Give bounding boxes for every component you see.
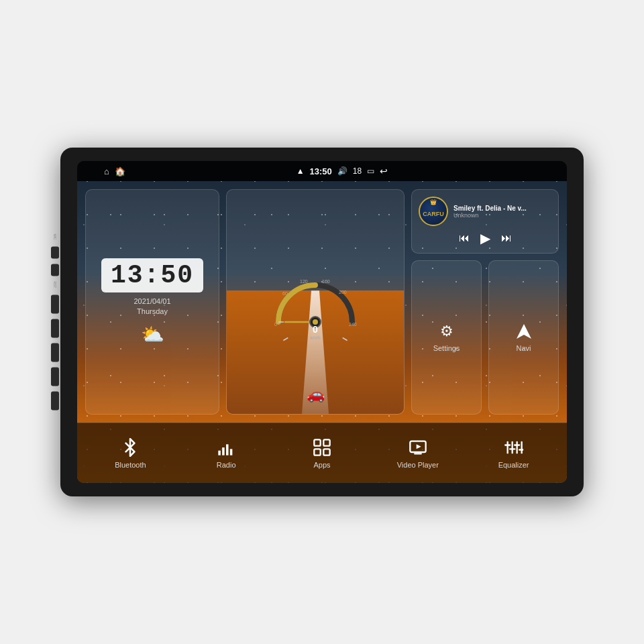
window-icon: ▭ [367, 166, 374, 176]
main-content: 13:50 2021/04/01 Thursday ⛅ [77, 181, 567, 483]
rst-label: RST [53, 282, 57, 288]
side-button-vol-down[interactable] [51, 392, 59, 411]
svg-text:0: 0 [274, 322, 277, 327]
svg-rect-20 [230, 449, 233, 455]
album-label: CARFU [423, 211, 444, 217]
bluetooth-item[interactable]: Bluetooth [83, 438, 178, 469]
svg-rect-23 [314, 449, 320, 455]
apps-label: Apps [313, 461, 330, 469]
album-art: 👑 CARFU [419, 197, 448, 226]
mic-label: MIC [53, 233, 57, 239]
volume-icon: 🔊 [337, 166, 347, 176]
car-icon: 🚗 [307, 386, 325, 403]
radio-item[interactable]: Radio [178, 438, 274, 469]
svg-rect-17 [219, 450, 221, 455]
bottom-bar: Bluetooth Radio [77, 423, 567, 483]
side-button-2[interactable] [51, 264, 59, 276]
navi-label: Navi [516, 344, 531, 352]
video-player-item[interactable]: Video Player [370, 438, 466, 469]
svg-rect-22 [323, 439, 329, 445]
side-button-vol-up[interactable] [51, 368, 59, 386]
speedometer-svg: 0 60 120 160 200 240 0 km/h [265, 255, 366, 342]
speedometer-widget: 0 60 120 160 200 240 0 km/h [226, 189, 405, 415]
navi-icon [515, 323, 533, 340]
svg-text:200: 200 [339, 290, 347, 294]
svg-marker-26 [416, 444, 421, 449]
play-button[interactable]: ▶ [480, 230, 490, 246]
svg-text:160: 160 [322, 279, 330, 284]
svg-text:120: 120 [300, 279, 308, 284]
video-player-icon [409, 438, 427, 457]
svg-rect-24 [323, 449, 329, 455]
status-left: ⌂ 🏠 [104, 166, 125, 176]
bluetooth-icon [121, 438, 140, 457]
clock-date: 2021/04/01 Thursday [133, 297, 170, 317]
clock-widget: 13:50 2021/04/01 Thursday ⛅ [85, 189, 219, 415]
side-buttons: MIC RST [51, 233, 59, 410]
svg-text:km/h: km/h [310, 335, 320, 340]
svg-rect-18 [222, 447, 225, 455]
status-bar: ⌂ 🏠 ▲ 13:50 🔊 18 ▭ ↩ [77, 161, 567, 181]
back-icon: ↩ [380, 166, 388, 176]
music-controls: ⏮ ▶ ⏭ [419, 230, 551, 246]
status-center: ▲ 13:50 🔊 18 ▭ ↩ [297, 166, 388, 176]
music-info: Smiley ft. Delia - Ne v... Unknown [453, 205, 551, 219]
side-button-power[interactable] [51, 295, 59, 314]
equalizer-icon [504, 438, 523, 457]
equalizer-label: Equalizer [498, 461, 529, 469]
apps-item[interactable]: Apps [274, 438, 370, 469]
side-button-back[interactable] [51, 343, 59, 362]
equalizer-item[interactable]: Equalizer [466, 438, 561, 469]
clock-display: 13:50 [101, 258, 203, 292]
nav-settings-row: ⚙ Settings Navi [411, 260, 559, 415]
settings-icon: ⚙ [440, 323, 453, 340]
side-button-home[interactable] [51, 319, 59, 338]
svg-rect-21 [314, 439, 320, 445]
navi-widget[interactable]: Navi [488, 260, 559, 415]
top-widgets: 13:50 2021/04/01 Thursday ⛅ [77, 181, 567, 423]
svg-text:0: 0 [313, 324, 318, 335]
svg-text:60: 60 [282, 291, 288, 296]
car-stereo-device: MIC RST ⌂ 🏠 ▲ 13:50 🔊 18 ▭ ↩ [60, 148, 584, 496]
weather-icon: ⛅ [141, 323, 164, 345]
svg-text:240: 240 [349, 322, 357, 327]
volume-level: 18 [353, 166, 362, 176]
wifi-icon: ▲ [297, 166, 305, 176]
house-icon: 🏠 [115, 166, 125, 176]
radio-icon [217, 438, 235, 457]
crown-icon: 👑 [430, 199, 437, 205]
music-artist: Unknown [453, 212, 551, 219]
right-widgets: 👑 CARFU Smiley ft. Delia - Ne v... Unkno… [411, 189, 559, 415]
apps-icon [313, 438, 331, 457]
music-title: Smiley ft. Delia - Ne v... [453, 205, 551, 212]
next-button[interactable]: ⏭ [501, 232, 512, 244]
home-icon: ⌂ [104, 166, 109, 176]
settings-widget[interactable]: ⚙ Settings [411, 260, 482, 415]
main-screen: ⌂ 🏠 ▲ 13:50 🔊 18 ▭ ↩ 13:50 2021 [77, 161, 567, 483]
music-widget[interactable]: 👑 CARFU Smiley ft. Delia - Ne v... Unkno… [411, 189, 559, 254]
video-player-label: Video Player [397, 461, 439, 469]
music-top: 👑 CARFU Smiley ft. Delia - Ne v... Unkno… [419, 197, 551, 226]
svg-line-4 [283, 338, 288, 341]
svg-line-0 [343, 338, 347, 341]
radio-label: Radio [217, 461, 236, 469]
status-time: 13:50 [310, 166, 332, 176]
side-button-1[interactable] [51, 247, 59, 259]
settings-label: Settings [433, 344, 460, 352]
bluetooth-label: Bluetooth [115, 461, 146, 469]
svg-rect-19 [226, 444, 229, 455]
prev-button[interactable]: ⏮ [459, 232, 470, 244]
